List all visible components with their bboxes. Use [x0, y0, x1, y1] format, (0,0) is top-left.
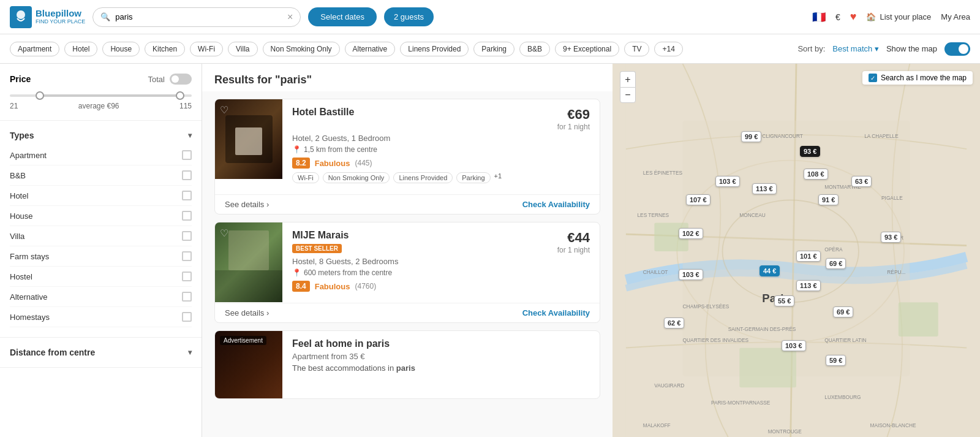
guests-button[interactable]: 2 guests: [384, 7, 434, 26]
my-area-link[interactable]: My Area: [941, 12, 970, 21]
map-svg: LES ÉPINETTES CLIGNANCOURT LA CHAPELLE L…: [612, 64, 980, 437]
checkbox-villa[interactable]: [182, 231, 192, 241]
favorites-icon[interactable]: ♥: [850, 10, 857, 23]
svg-text:QUARTIER DES INVALIDES: QUARTIER DES INVALIDES: [683, 337, 749, 343]
checkbox-house[interactable]: [182, 211, 192, 221]
content-area: Results for "paris" ♡ Hotel Bastille €69: [202, 64, 612, 437]
svg-text:QUARTIER LATIN: QUARTIER LATIN: [824, 337, 866, 343]
map-pin-102[interactable]: 102 €: [679, 228, 703, 239]
see-details-link-2[interactable]: See details ›: [225, 308, 269, 317]
logo-name: Bluepillow: [36, 9, 85, 19]
map-pin-103a[interactable]: 103 €: [715, 176, 740, 187]
filter-chip-alternative[interactable]: Alternative: [345, 42, 396, 56]
filter-chip-linens[interactable]: Linens Provided: [400, 42, 469, 56]
checkbox-farmstays[interactable]: [182, 251, 192, 261]
filter-chip-wifi[interactable]: Wi-Fi: [190, 42, 223, 56]
search-box[interactable]: 🔍 ×: [92, 7, 301, 27]
svg-text:LES TERNES: LES TERNES: [637, 212, 669, 218]
score-label-2: Fabulous: [315, 282, 350, 291]
map-pin-107[interactable]: 107 €: [686, 194, 710, 205]
listing-name-3: Feel at home in paris: [292, 338, 390, 349]
currency-selector[interactable]: €: [835, 12, 840, 22]
map-pin-113b[interactable]: 113 €: [796, 280, 821, 291]
language-flag[interactable]: 🇫🇷: [812, 10, 826, 24]
map-pin-91[interactable]: 91 €: [818, 194, 839, 205]
slider-max-thumb[interactable]: [176, 91, 184, 100]
svg-text:OPÉRA: OPÉRA: [824, 246, 843, 253]
types-chevron-icon: ▾: [188, 131, 192, 140]
score-label-1: Fabulous: [315, 159, 350, 168]
score-badge-1: 8.2: [292, 158, 310, 169]
zoom-in-button[interactable]: +: [620, 71, 636, 87]
checkbox-homestays[interactable]: [182, 312, 192, 322]
map-pin-93a[interactable]: 93 €: [800, 146, 820, 157]
type-item-farmstays: Farm stays: [10, 246, 192, 267]
listing-name-1: Hotel Bastille: [292, 107, 354, 118]
results-title: Results for "paris": [214, 74, 312, 86]
search-icon: 🔍: [100, 12, 110, 21]
map-pin-59[interactable]: 59 €: [826, 355, 846, 366]
map-pin-55[interactable]: 55 €: [774, 295, 794, 306]
slider-min-thumb[interactable]: [36, 91, 44, 100]
search-as-move-checkbox[interactable]: Search as I move the map: [862, 71, 973, 85]
checkbox-hostel[interactable]: [182, 272, 192, 281]
map-pin-103c[interactable]: 103 €: [782, 340, 806, 351]
checkbox-apartment[interactable]: [182, 150, 192, 160]
map-pin-101[interactable]: 101 €: [796, 251, 821, 262]
main-layout: Price Total 21 average €96 115: [0, 64, 980, 437]
price-label: Price: [10, 74, 31, 84]
filter-chip-parking[interactable]: Parking: [473, 42, 514, 56]
filter-chip-house[interactable]: House: [102, 42, 140, 56]
show-map-toggle[interactable]: [944, 42, 970, 56]
listing-badges-2: 8.4 Fabulous (4760): [292, 281, 590, 292]
search-input[interactable]: [115, 12, 282, 21]
checkbox-bnb[interactable]: [182, 170, 192, 180]
logo: Bluepillow FIND YOUR PLACE: [10, 6, 85, 28]
filter-chip-hotel[interactable]: Hotel: [64, 42, 97, 56]
map-pin-99[interactable]: 99 €: [741, 131, 761, 142]
sort-value[interactable]: Best match ▾: [832, 44, 879, 53]
tag-wifi: Wi-Fi: [292, 172, 319, 183]
types-section-title[interactable]: Types ▾: [10, 131, 192, 140]
clear-search-button[interactable]: ×: [287, 12, 293, 23]
price-range-slider[interactable]: [10, 94, 192, 97]
checkbox-alternative[interactable]: [182, 292, 192, 302]
checkbox-hotel[interactable]: [182, 191, 192, 200]
ad-description: The best accommodations in paris: [292, 363, 590, 373]
filter-chip-more[interactable]: +14: [654, 42, 682, 56]
wishlist-heart-2[interactable]: ♡: [220, 227, 228, 239]
type-item-alternative: Alternative: [10, 287, 192, 307]
select-dates-button[interactable]: Select dates: [308, 7, 377, 26]
filter-chip-kitchen[interactable]: Kitchen: [145, 42, 185, 56]
map-pin-93b[interactable]: 93 €: [881, 232, 901, 243]
map-pin-113a[interactable]: 113 €: [752, 183, 777, 194]
list-place-link[interactable]: 🏠 List your place: [866, 12, 931, 21]
filter-chip-exceptional[interactable]: 9+ Exceptional: [555, 42, 619, 56]
wishlist-heart-1[interactable]: ♡: [220, 104, 228, 116]
svg-rect-7: [739, 348, 796, 387]
check-availability-link-2[interactable]: Check Availability: [522, 308, 590, 317]
total-toggle[interactable]: [170, 74, 192, 85]
distance-section-title[interactable]: Distance from centre ▾: [10, 348, 192, 357]
filter-chip-nonsmoking[interactable]: Non Smoking Only: [263, 42, 340, 56]
filter-chip-apartment[interactable]: Apartment: [10, 42, 59, 56]
listing-type-2: Hostel, 8 Guests, 2 Bedrooms: [292, 257, 590, 266]
filter-chip-tv[interactable]: TV: [624, 42, 649, 56]
svg-text:CLIGNANCOURT: CLIGNANCOURT: [762, 133, 802, 139]
map-pin-108[interactable]: 108 €: [804, 169, 828, 180]
filter-chip-villa[interactable]: Villa: [228, 42, 257, 56]
filter-bar: Apartment Hotel House Kitchen Wi-Fi Vill…: [0, 34, 980, 64]
svg-text:LUXEMBOURG: LUXEMBOURG: [824, 394, 861, 400]
listing-footer-1: See details › Check Availability: [215, 194, 600, 214]
map-pin-62[interactable]: 62 €: [664, 317, 684, 329]
check-availability-link-1[interactable]: Check Availability: [522, 200, 590, 209]
map-pin-69b[interactable]: 69 €: [833, 306, 853, 317]
filter-chip-bnb[interactable]: B&B: [519, 42, 550, 56]
map-pin-63[interactable]: 63 €: [851, 176, 872, 187]
zoom-out-button[interactable]: −: [620, 87, 636, 103]
map-pin-44[interactable]: 44 €: [760, 265, 780, 276]
map-pin-69a[interactable]: 69 €: [826, 258, 846, 269]
listing-tags-1: Wi-Fi Non Smoking Only Linens Provided P…: [292, 172, 590, 183]
map-pin-103b[interactable]: 103 €: [679, 269, 703, 280]
see-details-link-1[interactable]: See details ›: [225, 200, 269, 209]
